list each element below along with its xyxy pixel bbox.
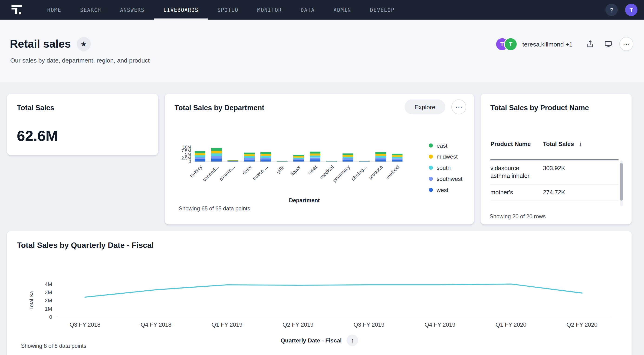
nav-item-monitor[interactable]: MONITOR	[248, 0, 291, 20]
sales-line[interactable]	[85, 284, 582, 297]
bar-segment-southwest[interactable]	[211, 156, 222, 159]
present-button[interactable]	[601, 37, 615, 51]
bar-segment-midwest[interactable]	[228, 161, 238, 161]
bar-segment-south[interactable]	[244, 156, 255, 158]
bar-segment-midwest[interactable]	[195, 153, 205, 155]
bar-segment-west[interactable]	[260, 159, 271, 162]
table-row[interactable]: mother's274.72K	[490, 184, 619, 201]
bar-segment-south[interactable]	[310, 156, 320, 158]
bar-segment-east[interactable]	[326, 161, 337, 161]
legend-dot	[429, 143, 433, 148]
bar-segment-west[interactable]	[342, 160, 353, 162]
bar-segment-southwest[interactable]	[310, 158, 320, 159]
arrow-up-icon: ↑	[351, 337, 354, 343]
help-button[interactable]: ?	[606, 4, 618, 16]
bar-segment-west[interactable]	[211, 159, 222, 162]
legend-item-west[interactable]: west	[429, 187, 462, 193]
bar-segment-east[interactable]	[293, 155, 304, 156]
explore-button[interactable]: Explore	[405, 100, 445, 114]
bar-segment-east[interactable]	[277, 161, 288, 161]
nav-item-answers[interactable]: ANSWERS	[110, 0, 154, 20]
nav-item-liveboards[interactable]: LIVEBOARDS	[154, 0, 208, 20]
bar-segment-south[interactable]	[392, 157, 402, 159]
bar-segment-east[interactable]	[392, 154, 402, 155]
bar-segment-east[interactable]	[342, 153, 353, 155]
bar-segment-south[interactable]	[293, 158, 304, 159]
column-total-sales[interactable]: Total Sales ↓	[543, 141, 618, 148]
bar-segment-east[interactable]	[195, 151, 205, 153]
nav-item-spotiq[interactable]: SPOTIQ	[208, 0, 248, 20]
bar-segment-southwest[interactable]	[195, 157, 205, 159]
bar-segment-south[interactable]	[211, 153, 222, 156]
products-table-body: vidasource asthma inhaler303.92Kmother's…	[490, 160, 619, 206]
nav-item-home[interactable]: HOME	[38, 0, 71, 20]
app-viewport: HOMESEARCHANSWERSLIVEBOARDSSPOTIQMONITOR…	[0, 0, 644, 355]
bar-segment-west[interactable]	[376, 159, 386, 162]
bar-segment-east[interactable]	[244, 153, 255, 154]
legend-item-midwest[interactable]: midwest	[429, 153, 462, 160]
bar-segment-east[interactable]	[359, 161, 370, 161]
bar-segment-southwest[interactable]	[342, 158, 353, 160]
svg-text:Q3 FY 2018: Q3 FY 2018	[70, 321, 100, 328]
svg-text:canned...: canned...	[202, 164, 220, 182]
kpi-card: Total Sales 62.6M	[7, 94, 158, 155]
column-product-name[interactable]: Product Name	[490, 141, 543, 147]
cell-product-name: mother's	[490, 189, 543, 196]
quarterly-line-chart[interactable]: Total Sa4M3M2M1M0Q3 FY 2018Q4 FY 2018Q1 …	[17, 270, 622, 332]
bar-segment-midwest[interactable]	[211, 151, 222, 153]
axis-sort-button[interactable]: ↑	[347, 334, 358, 346]
bar-segment-west[interactable]	[293, 160, 304, 162]
bar-segment-east[interactable]	[260, 152, 271, 154]
bar-segment-south[interactable]	[195, 155, 205, 157]
nav-item-data[interactable]: DATA	[291, 0, 324, 20]
bar-segment-southwest[interactable]	[244, 158, 255, 159]
bar-segment-west[interactable]	[392, 160, 402, 161]
bar-segment-midwest[interactable]	[244, 154, 255, 156]
bar-segment-southwest[interactable]	[260, 158, 271, 159]
bar-segment-south[interactable]	[260, 156, 271, 158]
bar-segment-midwest[interactable]	[310, 154, 320, 156]
bar-segment-east[interactable]	[310, 152, 320, 154]
svg-text:gifts: gifts	[275, 164, 285, 174]
bar-segment-east[interactable]	[376, 152, 386, 154]
legend-item-east[interactable]: east	[429, 142, 462, 149]
bar-segment-west[interactable]	[310, 159, 320, 161]
bar-segment-southwest[interactable]	[392, 158, 402, 160]
legend-item-southwest[interactable]: southwest	[429, 176, 462, 182]
bar-segment-southwest[interactable]	[293, 159, 304, 160]
sort-desc-icon[interactable]: ↓	[579, 141, 582, 148]
bar-segment-east[interactable]	[228, 160, 238, 161]
bar-segment-southwest[interactable]	[228, 161, 238, 161]
bar-segment-midwest[interactable]	[376, 154, 386, 156]
share-button[interactable]	[583, 37, 597, 51]
bar-segment-midwest[interactable]	[260, 154, 271, 156]
kpi-value[interactable]: 62.6M	[17, 127, 58, 145]
bar-segment-southwest[interactable]	[376, 158, 386, 159]
thoughtspot-logo-icon[interactable]	[11, 4, 23, 16]
table-row[interactable]: vidasource asthma inhaler303.92K	[490, 160, 619, 184]
department-bar-chart[interactable]: 10M7.5M5M2.5M0bakerycanned...cleanin...d…	[176, 145, 422, 202]
bar-segment-west[interactable]	[244, 159, 255, 161]
legend-item-south[interactable]: south	[429, 164, 462, 171]
bar-segment-west[interactable]	[195, 159, 205, 162]
nav-item-develop[interactable]: DEVELOP	[360, 0, 404, 20]
header-more-button[interactable]: ⋯	[619, 37, 633, 51]
nav-items: HOMESEARCHANSWERSLIVEBOARDSSPOTIQMONITOR…	[38, 0, 404, 20]
bar-segment-midwest[interactable]	[392, 155, 402, 157]
nav-item-admin[interactable]: ADMIN	[324, 0, 360, 20]
svg-text:1M: 1M	[45, 306, 52, 312]
favorite-button[interactable]: ★	[77, 37, 90, 51]
bar-segment-south[interactable]	[376, 156, 386, 158]
nav-item-search[interactable]: SEARCH	[71, 0, 110, 20]
quarterly-card-title: Total Sales by Quarterly Date - Fiscal	[17, 241, 154, 250]
bar-segment-south[interactable]	[228, 161, 238, 161]
user-avatar-button[interactable]: T	[625, 4, 638, 16]
bar-segment-midwest[interactable]	[342, 155, 353, 157]
bar-segment-east[interactable]	[211, 148, 222, 151]
department-more-button[interactable]: ⋯	[452, 100, 466, 114]
bar-segment-south[interactable]	[342, 157, 353, 158]
avatar[interactable]: T	[504, 37, 518, 51]
table-scrollbar-thumb[interactable]	[620, 163, 623, 201]
bar-segment-midwest[interactable]	[293, 156, 304, 158]
legend-label: east	[436, 142, 448, 149]
